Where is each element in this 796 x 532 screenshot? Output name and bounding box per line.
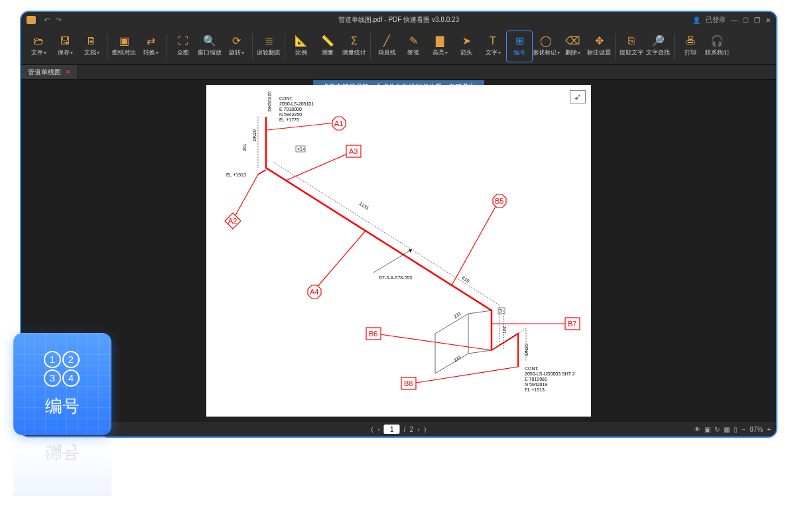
visibility-icon[interactable]: 👁 bbox=[694, 426, 700, 433]
svg-text:DN20: DN20 bbox=[524, 344, 529, 356]
restore-button[interactable]: ❐ bbox=[754, 17, 760, 24]
full-icon: ⛶ bbox=[178, 35, 188, 47]
document-tab[interactable]: 管道单线图 ✕ bbox=[21, 65, 78, 79]
close-button[interactable]: ✕ bbox=[765, 17, 771, 24]
tool-scale[interactable]: 📐比例 bbox=[288, 31, 314, 62]
canvas-area: 点击左键选择第一个点作为引线起点位置，右键退出 ➶ CONT. 2050-LS-… bbox=[21, 80, 776, 422]
tool-label: 旋转 bbox=[229, 48, 244, 57]
layout-icon[interactable]: ▦ bbox=[724, 426, 730, 433]
svg-text:2050-LS-205101: 2050-LS-205101 bbox=[279, 101, 314, 106]
svg-text:A1: A1 bbox=[334, 119, 343, 127]
docs-icon: 🗎 bbox=[86, 35, 97, 47]
convert-icon: ⇄ bbox=[147, 35, 155, 47]
tool-label: 图纸对比 bbox=[112, 48, 136, 57]
svg-line-36 bbox=[412, 367, 518, 383]
page-number-input[interactable] bbox=[384, 425, 400, 434]
tool-measure[interactable]: 📏测量 bbox=[314, 31, 341, 62]
tool-label: 转换 bbox=[143, 48, 159, 57]
toolbar: 🗁文件🖫保存🗎文档▣图纸对比⇄转换⛶全图🔍窗口缩放⟳旋转≣滚轮翻页📐比例📏测量Σ… bbox=[21, 28, 776, 65]
tool-label: 形状标记 bbox=[533, 48, 560, 57]
tool-contact[interactable]: 🎧联系我们 bbox=[704, 31, 730, 62]
toolbar-separator bbox=[252, 33, 253, 60]
svg-text:231: 231 bbox=[453, 311, 462, 319]
zoom-in-button[interactable]: + bbox=[767, 426, 771, 433]
tool-line[interactable]: ╱画直线 bbox=[373, 31, 400, 62]
tool-print[interactable]: 🖶打印 bbox=[677, 31, 704, 62]
pdf-page[interactable]: ➶ CONT. 2050-LS-205101 E 7018000 N 59422… bbox=[206, 85, 591, 417]
tool-docs[interactable]: 🗎文档 bbox=[78, 31, 105, 62]
feature-card-label: 编号 bbox=[45, 395, 80, 418]
fit-page-icon[interactable]: ▣ bbox=[704, 426, 710, 433]
tool-zoom[interactable]: 🔍窗口缩放 bbox=[196, 31, 223, 62]
tool-label: 签笔 bbox=[407, 48, 419, 57]
toolbar-separator bbox=[674, 33, 675, 60]
tool-label: 滚轮翻页 bbox=[257, 48, 281, 57]
tab-close-icon[interactable]: ✕ bbox=[65, 68, 70, 76]
svg-text:EL +1513: EL +1513 bbox=[226, 172, 246, 177]
statusbar: 当前页未设置测量比例 ⟨ ‹ / 2 › ⟩ 👁 ▣ ↻ ▦ ▯ − 87% + bbox=[21, 422, 776, 436]
svg-line-32 bbox=[316, 231, 365, 289]
svg-line-1 bbox=[468, 350, 492, 354]
titlebar: ↶ ↷ 管道单线图.pdf - PDF 快速看图 v3.8.0.23 👤 已登录… bbox=[21, 12, 776, 28]
svg-text:1131: 1131 bbox=[358, 201, 369, 210]
arrow-icon: ➤ bbox=[462, 35, 471, 47]
user-icon[interactable]: 👤 bbox=[693, 17, 700, 24]
tool-file[interactable]: 🗁文件 bbox=[25, 31, 52, 62]
stats-icon: Σ bbox=[351, 35, 358, 47]
tool-pen[interactable]: ✎签笔 bbox=[400, 31, 427, 62]
tool-number[interactable]: ⊞编号 bbox=[506, 31, 533, 62]
tool-save[interactable]: 🖫保存 bbox=[52, 31, 78, 62]
svg-text:B8: B8 bbox=[404, 379, 413, 387]
minimize-button[interactable]: — bbox=[731, 17, 738, 24]
tool-convert[interactable]: ⇄转换 bbox=[137, 31, 164, 62]
single-page-icon[interactable]: ▯ bbox=[734, 426, 738, 433]
zoom-out-button[interactable]: − bbox=[742, 426, 746, 433]
svg-text:201: 201 bbox=[242, 143, 247, 151]
tool-label: 编号 bbox=[513, 48, 525, 57]
tool-label: 标注设置 bbox=[587, 48, 611, 57]
svg-line-14 bbox=[373, 249, 412, 273]
tool-label: 联系我们 bbox=[705, 48, 729, 57]
svg-text:B5: B5 bbox=[495, 197, 503, 205]
tool-arrow[interactable]: ➤箭头 bbox=[453, 31, 480, 62]
number-icon: ⊞ bbox=[515, 35, 524, 47]
first-page-button[interactable]: ⟨ bbox=[371, 426, 373, 433]
tool-label: 比例 bbox=[295, 48, 307, 57]
last-page-button[interactable]: ⟩ bbox=[424, 426, 427, 433]
svg-text:B7: B7 bbox=[568, 320, 576, 328]
tool-full[interactable]: ⛶全图 bbox=[170, 31, 196, 62]
svg-text:DN20: DN20 bbox=[252, 129, 257, 141]
tool-shape[interactable]: ◯形状标记 bbox=[533, 31, 559, 62]
scroll-icon: ≣ bbox=[265, 35, 273, 47]
tool-text[interactable]: T文字 bbox=[480, 31, 506, 62]
svg-text:2050-LS-US0003 SHT 2: 2050-LS-US0003 SHT 2 bbox=[525, 371, 575, 376]
svg-text:<1>: <1> bbox=[297, 147, 305, 151]
tool-extract[interactable]: ⎘提取文字 bbox=[618, 31, 645, 62]
history-buttons[interactable]: ↶ ↷ bbox=[44, 16, 64, 25]
tool-delete[interactable]: ⌫删除 bbox=[559, 31, 586, 62]
number-icon: 12 34 bbox=[44, 351, 81, 388]
tool-find[interactable]: 🔎文字查找 bbox=[645, 31, 671, 62]
svg-text:E 7018000: E 7018000 bbox=[279, 107, 302, 111]
next-page-button[interactable]: › bbox=[417, 426, 419, 433]
pen-icon: ✎ bbox=[409, 35, 418, 47]
tool-compare[interactable]: ▣图纸对比 bbox=[111, 31, 137, 62]
svg-text:DN50X20: DN50X20 bbox=[267, 92, 272, 111]
tool-rotate[interactable]: ⟳旋转 bbox=[223, 31, 249, 62]
tool-highlight[interactable]: ▇高亮 bbox=[427, 31, 453, 62]
tool-label: 文档 bbox=[84, 48, 100, 57]
tool-scroll[interactable]: ≣滚轮翻页 bbox=[255, 31, 282, 62]
scale-icon: 📐 bbox=[295, 35, 308, 47]
tool-stats[interactable]: Σ测量统计 bbox=[341, 31, 367, 62]
maximize-button[interactable]: ☐ bbox=[743, 17, 749, 24]
rotate-icon[interactable]: ↻ bbox=[714, 426, 720, 433]
rotate-icon: ⟳ bbox=[232, 35, 241, 47]
print-icon: 🖶 bbox=[685, 35, 696, 47]
svg-text:N 5942250: N 5942250 bbox=[279, 112, 302, 117]
toolbar-separator bbox=[107, 33, 108, 60]
annot-icon: ✥ bbox=[595, 35, 604, 47]
prev-page-button[interactable]: ‹ bbox=[377, 426, 379, 433]
svg-text:3: 3 bbox=[499, 308, 502, 313]
shape-icon: ◯ bbox=[540, 35, 552, 47]
tool-annot[interactable]: ✥标注设置 bbox=[586, 31, 612, 62]
